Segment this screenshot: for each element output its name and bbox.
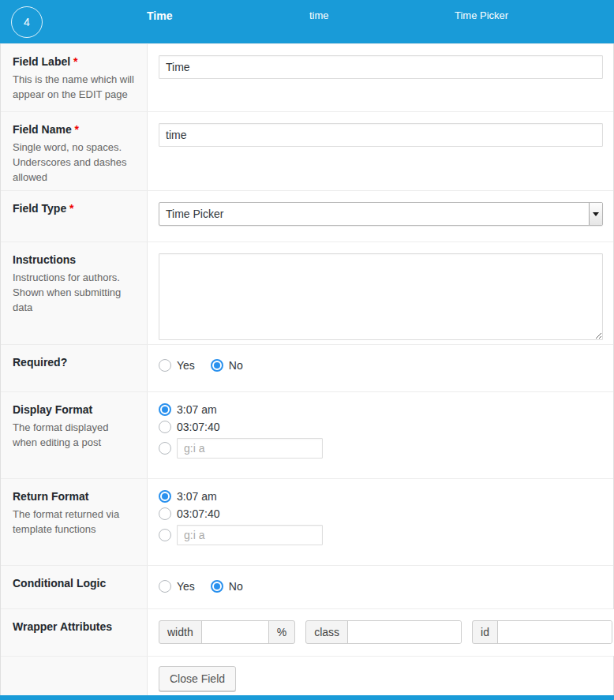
conditional-logic-info: Conditional Logic	[1, 566, 148, 608]
return-format-custom-input[interactable]	[177, 525, 323, 545]
required-no-radio[interactable]: No	[211, 359, 243, 372]
next-field-header-strip[interactable]	[0, 695, 614, 700]
required-yes-label: Yes	[177, 359, 195, 372]
field-name-info: Field Name * Single word, no spaces. Und…	[1, 112, 148, 190]
return-format-option-2[interactable]: 03:07:40	[159, 507, 603, 520]
required-asterisk: *	[73, 55, 77, 68]
field-header-type: Time Picker	[455, 0, 614, 43]
instructions-info: Instructions Instructions for authors. S…	[1, 242, 148, 344]
field-header-label: Time	[147, 0, 309, 43]
conditional-logic-row: Conditional Logic Yes No	[1, 565, 613, 608]
conditional-logic-yes-radio[interactable]: Yes	[159, 580, 195, 593]
required-asterisk: *	[69, 202, 73, 215]
required-info: Required?	[1, 345, 148, 391]
field-type-row: Field Type * Time Picker	[1, 190, 613, 241]
radio-unselected-icon	[159, 580, 171, 593]
required-title: Required?	[13, 356, 135, 369]
wrapper-class-group: class	[305, 620, 462, 644]
wrapper-class-input[interactable]	[347, 621, 461, 643]
field-type-select[interactable]: Time Picker	[159, 202, 603, 226]
display-format-option-1-label: 3:07 am	[177, 403, 217, 416]
radio-selected-icon	[159, 403, 171, 416]
return-format-row: Return Format The format returned via te…	[1, 478, 613, 565]
wrapper-attributes-row: Wrapper Attributes width % class id	[1, 608, 613, 656]
display-format-row: Display Format The format displayed when…	[1, 391, 613, 478]
display-format-option-1[interactable]: 3:07 am	[159, 403, 603, 416]
close-field-spacer	[1, 657, 148, 695]
display-format-option-2-label: 03:07:40	[177, 421, 220, 433]
wrapper-id-label: id	[473, 621, 497, 643]
display-format-title: Display Format	[13, 403, 135, 416]
radio-unselected-icon	[159, 529, 171, 541]
return-format-title: Return Format	[13, 490, 135, 503]
field-label-input[interactable]	[159, 55, 603, 79]
conditional-logic-yes-label: Yes	[177, 580, 195, 593]
field-name-input[interactable]	[159, 123, 603, 147]
radio-unselected-icon	[159, 421, 171, 433]
display-format-description: The format displayed when editing a post	[13, 421, 135, 451]
return-format-option-1-label: 3:07 am	[177, 490, 217, 503]
conditional-logic-no-radio[interactable]: No	[211, 580, 243, 593]
field-label-title: Field Label *	[13, 55, 135, 68]
wrapper-width-suffix: %	[269, 621, 294, 643]
field-type-info: Field Type *	[1, 191, 148, 241]
field-header-name: time	[309, 0, 455, 43]
field-label-row: Field Label * This is the name which wil…	[1, 43, 613, 111]
instructions-description: Instructions for authors. Shown when sub…	[13, 271, 135, 316]
field-label-info: Field Label * This is the name which wil…	[1, 44, 148, 111]
return-format-description: The format returned via template functio…	[13, 507, 135, 537]
return-format-info: Return Format The format returned via te…	[1, 479, 148, 565]
required-yes-radio[interactable]: Yes	[159, 359, 195, 372]
display-format-info: Display Format The format displayed when…	[1, 392, 148, 478]
return-format-option-custom[interactable]	[159, 525, 603, 545]
field-label-description: This is the name which will appear on th…	[13, 73, 135, 103]
radio-unselected-icon	[159, 442, 171, 455]
select-dropdown-arrow[interactable]	[589, 203, 602, 225]
field-order-cell: 4	[0, 0, 147, 43]
radio-unselected-icon	[159, 359, 171, 372]
wrapper-width-group: width %	[159, 620, 295, 644]
radio-selected-icon	[211, 580, 223, 593]
return-format-option-2-label: 03:07:40	[177, 507, 220, 520]
required-row: Required? Yes No	[1, 344, 613, 391]
wrapper-width-input[interactable]	[201, 621, 269, 643]
display-format-option-custom[interactable]	[159, 438, 603, 459]
wrapper-class-label: class	[306, 621, 347, 643]
radio-selected-icon	[211, 359, 223, 372]
field-order-handle[interactable]: 4	[11, 6, 43, 38]
required-asterisk: *	[75, 123, 79, 136]
wrapper-width-label: width	[159, 621, 201, 643]
return-format-option-1[interactable]: 3:07 am	[159, 490, 603, 503]
instructions-title: Instructions	[13, 253, 135, 266]
wrapper-attributes-title: Wrapper Attributes	[13, 620, 135, 633]
field-name-row: Field Name * Single word, no spaces. Und…	[1, 111, 613, 190]
field-type-selected-value: Time Picker	[159, 208, 223, 220]
field-name-title: Field Name *	[13, 123, 135, 136]
instructions-row: Instructions Instructions for authors. S…	[1, 241, 613, 344]
wrapper-id-input[interactable]	[497, 621, 612, 643]
field-name-description: Single word, no spaces. Underscores and …	[13, 140, 135, 185]
field-settings-panel: 4 Time time Time Picker Field Label * Th…	[0, 0, 614, 700]
wrapper-attributes-info: Wrapper Attributes	[1, 609, 148, 656]
chevron-down-icon	[593, 212, 599, 216]
radio-unselected-icon	[159, 507, 171, 520]
wrapper-id-group: id	[472, 620, 612, 644]
field-type-title: Field Type *	[13, 202, 135, 215]
instructions-textarea[interactable]	[159, 253, 603, 340]
radio-selected-icon	[159, 490, 171, 503]
required-no-label: No	[229, 359, 243, 372]
display-format-custom-input[interactable]	[177, 438, 323, 459]
close-field-row: Close Field	[1, 656, 613, 695]
display-format-option-2[interactable]: 03:07:40	[159, 421, 603, 433]
close-field-button[interactable]: Close Field	[159, 666, 236, 691]
field-header[interactable]: 4 Time time Time Picker	[0, 0, 614, 43]
conditional-logic-no-label: No	[229, 580, 243, 593]
conditional-logic-title: Conditional Logic	[13, 577, 135, 590]
